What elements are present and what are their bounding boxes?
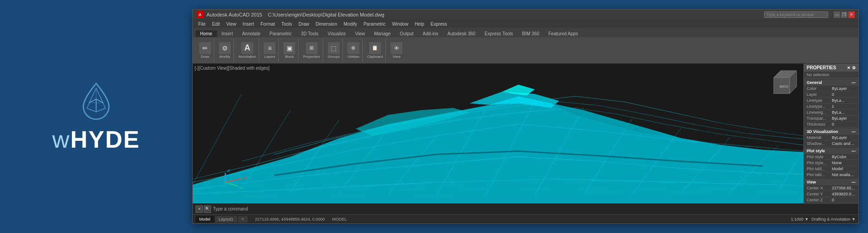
- tab-3dtools[interactable]: 3D Tools: [296, 30, 323, 37]
- viewport[interactable]: [-][Custom View][Shaded with edges]: [193, 64, 803, 203]
- menu-file[interactable]: File: [195, 20, 208, 28]
- layers-button[interactable]: ≡ Layers: [264, 42, 276, 59]
- brand-w: w: [52, 126, 71, 153]
- cmd-search-button[interactable]: 🔍: [204, 205, 211, 213]
- prop-shadow: Shadow... Casts and Re...: [804, 141, 858, 147]
- annotation-display[interactable]: Drafting & Annotation ▼: [812, 217, 856, 222]
- prop-plotstyle-name: Plot style... None: [804, 160, 858, 166]
- tab-insert[interactable]: Insert: [217, 30, 238, 37]
- coordinates-display: 227119.4995, 43948859.4624, 0.0000: [255, 217, 325, 222]
- draw-button[interactable]: ✏ Draw: [199, 42, 211, 59]
- menu-modify[interactable]: Modify: [341, 20, 360, 28]
- properties-button[interactable]: ⊞ Properties: [303, 42, 320, 59]
- selection-display: No selection: [804, 72, 858, 78]
- clipboard-button[interactable]: 📋 Clipboard: [367, 42, 383, 59]
- tab-manage[interactable]: Manage: [369, 30, 395, 37]
- menu-edit[interactable]: Edit: [209, 20, 222, 28]
- block-button[interactable]: ▣ Block: [283, 42, 295, 59]
- main-content: [-][Custom View][Shaded with edges]: [193, 64, 858, 203]
- cmd-prompt-label: Type a command: [213, 206, 248, 211]
- prop-thickness-label: Thickness: [807, 122, 832, 127]
- prop-plotstyle: Plot style ByColor: [804, 154, 858, 160]
- window-title: Autodesk AutoCAD 2015 C:\Users\engin\Des…: [206, 12, 384, 17]
- section-general-header[interactable]: General —: [804, 79, 858, 86]
- prop-psn-value: None: [832, 161, 856, 165]
- search-box[interactable]: Type a keyword or phrase: [764, 11, 828, 18]
- menu-tools[interactable]: Tools: [279, 20, 295, 28]
- utilities-button[interactable]: ⊕ Utilities: [347, 42, 359, 59]
- toolbar-group-utilities: ⊕ Utilities: [345, 39, 363, 62]
- menu-express[interactable]: Express: [428, 20, 450, 28]
- tab-expresstools[interactable]: Express Tools: [480, 30, 517, 37]
- prop-cx-value: 227358.6592: [832, 186, 856, 190]
- prop-pt2-label: Plot tabl...: [807, 172, 832, 177]
- menu-parametric[interactable]: Parametric: [361, 20, 388, 28]
- view-label: View: [393, 55, 401, 59]
- tab-output[interactable]: Output: [395, 30, 418, 37]
- toolbar-group-modify: ⚙ Modify: [216, 39, 234, 62]
- 3dvis-section-label: 3D Visualization: [807, 129, 838, 134]
- menu-dimension[interactable]: Dimension: [313, 20, 340, 28]
- annotation-label: Annotation: [239, 55, 256, 59]
- scale-display[interactable]: 1:1000 ▼: [791, 217, 809, 222]
- title-bar-left: A Autodesk AutoCAD 2015 C:\Users\engin\D…: [196, 11, 384, 18]
- tab-home[interactable]: Home: [195, 30, 217, 37]
- menu-help[interactable]: Help: [412, 20, 427, 28]
- status-tab-model[interactable]: Model: [195, 216, 214, 222]
- tab-parametric[interactable]: Parametric: [265, 30, 296, 37]
- annotation-button[interactable]: A Annotation: [239, 42, 256, 59]
- prop-layer: Layer 0: [804, 92, 858, 98]
- restore-button[interactable]: ❐: [841, 11, 847, 18]
- status-bar: Model Layout1 + 227119.4995, 43948859.46…: [193, 214, 858, 223]
- tab-visualize[interactable]: Visualize: [323, 30, 351, 37]
- toolbar-group-properties: ⊞ Properties: [300, 39, 323, 62]
- autocad-logo-icon: A: [196, 11, 204, 18]
- general-section-label: General: [807, 80, 822, 85]
- view-button[interactable]: 👁 View: [391, 42, 402, 59]
- prop-layer-label: Layer: [807, 92, 832, 97]
- prop-centery: Center Y 4393820.0913: [804, 191, 858, 197]
- prop-thickness-value: 0: [832, 122, 856, 127]
- prop-lineweight: Lineweig... ByLa...: [804, 110, 858, 116]
- cmd-x-button[interactable]: ✕: [195, 205, 203, 213]
- modify-button[interactable]: ⚙ Modify: [219, 42, 231, 59]
- section-plotstyle-header[interactable]: Plot style —: [804, 148, 858, 154]
- menu-format[interactable]: Format: [258, 20, 278, 28]
- block-label: Block: [285, 55, 294, 59]
- minimize-button[interactable]: —: [834, 11, 840, 18]
- menu-window[interactable]: Window: [389, 20, 411, 28]
- menu-view[interactable]: View: [223, 20, 239, 28]
- section-3dvis-header[interactable]: 3D Visualization —: [804, 128, 858, 135]
- menu-draw[interactable]: Draw: [296, 20, 312, 28]
- section-view-header[interactable]: View —: [804, 179, 858, 185]
- menu-insert[interactable]: Insert: [240, 20, 257, 28]
- close-button[interactable]: ✕: [848, 11, 855, 18]
- svg-marker-1: [87, 99, 96, 112]
- cmd-icons: ✕ 🔍: [195, 205, 211, 213]
- status-tools: 1:1000 ▼ Drafting & Annotation ▼: [791, 217, 856, 222]
- window-controls: — ❐ ✕: [834, 11, 855, 18]
- ribbon-toolbar: ✏ Draw ⚙ Modify A Annotation ≡ Layers ▣: [193, 37, 858, 64]
- view-section-label: View: [807, 180, 816, 184]
- tab-featuredapps[interactable]: Featured Apps: [544, 30, 583, 37]
- prop-cy-label: Center Y: [807, 192, 832, 196]
- branding-area: wHYDE: [0, 0, 192, 233]
- tab-annotate[interactable]: Annotate: [238, 30, 265, 37]
- prop-linetype-scale: Linetype... 1: [804, 104, 858, 110]
- modify-label: Modify: [219, 55, 230, 59]
- prop-pt2-value: Not available: [832, 172, 856, 177]
- status-tab-layout1[interactable]: Layout1: [215, 216, 237, 222]
- tab-autodesk360[interactable]: Autodesk 360: [443, 30, 480, 37]
- tab-addins[interactable]: Add-ins: [418, 30, 443, 37]
- groups-button[interactable]: ⬚ Groups: [328, 42, 340, 59]
- status-tab-add[interactable]: +: [238, 216, 248, 222]
- tab-bim360[interactable]: BIM 360: [518, 30, 544, 37]
- navigation-cube[interactable]: BACK: [771, 68, 799, 96]
- prop-lt-scale-value: 1: [832, 104, 856, 109]
- toolbar-group-layers: ≡ Layers: [261, 39, 279, 62]
- prop-layer-value: 0: [832, 92, 856, 97]
- properties-label: Properties: [303, 55, 320, 59]
- tab-view[interactable]: View: [351, 30, 370, 37]
- prop-plottable2: Plot tabl... Not available: [804, 172, 858, 178]
- utilities-icon: ⊕: [347, 42, 359, 54]
